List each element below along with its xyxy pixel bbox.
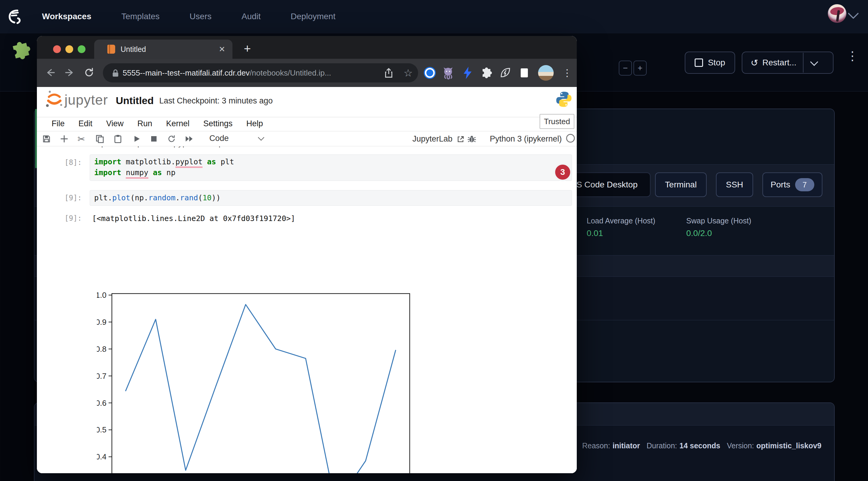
header-divider	[37, 117, 577, 117]
extensions-puzzle-icon[interactable]	[479, 66, 493, 80]
leaf-extension-icon[interactable]	[498, 66, 512, 80]
svg-text:1.0: 1.0	[97, 291, 106, 299]
copy-cell-button[interactable]	[94, 133, 106, 145]
interrupt-kernel-button[interactable]	[148, 133, 160, 145]
sidepanel-extension-icon[interactable]	[517, 66, 531, 80]
run-cell-button[interactable]	[131, 133, 143, 145]
github-extension-icon[interactable]	[441, 66, 455, 80]
paste-cell-button[interactable]	[112, 133, 124, 145]
swap-usage-label: Swap Usage (Host)	[686, 217, 751, 225]
browser-profile-avatar[interactable]	[538, 65, 554, 81]
lightning-extension-icon[interactable]	[461, 66, 474, 80]
restart-kernel-button[interactable]	[165, 133, 178, 145]
chevron-down-icon	[258, 134, 264, 141]
restart-options-button[interactable]	[804, 61, 825, 65]
screen: Workspaces Templates Users Audit Deploym…	[0, 0, 868, 481]
top-nav: Workspaces Templates Users Audit Deploym…	[0, 0, 868, 33]
url-host: 5555--main--test--matifali.atif.cdr.dev	[123, 68, 250, 77]
code-cell-8[interactable]: import matplotlib.pyplot as plt import n…	[90, 154, 572, 181]
matplotlib-line-chart: 0.20.30.40.50.60.70.80.91.002468	[97, 287, 433, 473]
svg-text:0.8: 0.8	[97, 345, 106, 354]
code-cell-9[interactable]: plt.plot(np.random.rand(10))	[90, 190, 572, 206]
url-text: 5555--main--test--matifali.atif.cdr.dev/…	[123, 68, 331, 78]
build-version-label: Version:	[727, 441, 754, 450]
run-all-button[interactable]	[183, 133, 195, 145]
svg-text:0.9: 0.9	[97, 318, 106, 327]
external-link-icon	[457, 135, 465, 143]
url-path: /notebooks/Untitled.ip...	[250, 68, 331, 77]
menu-run[interactable]: Run	[137, 119, 152, 128]
window-close-button[interactable]	[53, 45, 61, 53]
workspace-menu-button[interactable]: ⋮	[846, 53, 859, 59]
browser-window: Untitled ✕ + 5555--main	[37, 36, 577, 473]
coder-logo[interactable]	[7, 8, 22, 25]
nav-item-deployment[interactable]: Deployment	[291, 12, 335, 21]
kernel-idle-indicator	[565, 133, 576, 143]
address-bar[interactable]: 5555--main--test--matifali.atif.cdr.dev/…	[103, 63, 418, 83]
onepassword-extension-icon[interactable]	[423, 66, 437, 80]
save-button[interactable]	[40, 133, 53, 145]
menu-settings[interactable]: Settings	[203, 119, 233, 128]
build-version-value[interactable]: optimistic_liskov9	[756, 441, 822, 450]
trusted-button[interactable]: Trusted	[539, 114, 575, 129]
jupyter-wordmark: jupyter	[64, 92, 108, 108]
primary-nav: Workspaces Templates Users Audit Deploym…	[42, 12, 335, 21]
notebook-area: import matplotlib.pyplot as plt [8]: imp…	[37, 146, 577, 473]
notification-count-badge[interactable]: 3	[554, 163, 572, 181]
ssh-button[interactable]: SSH	[716, 172, 753, 197]
browser-menu-button[interactable]: ⋮	[560, 66, 574, 80]
forward-button[interactable]	[64, 67, 75, 78]
jupyter-toolbar: ✂ Code	[37, 131, 577, 146]
svg-text:0.5: 0.5	[97, 425, 106, 434]
jupyter-menubar: File Edit View Run Kernel Settings Help	[52, 119, 263, 128]
debugger-bug-icon[interactable]	[466, 133, 478, 145]
code-line: plt.plot(np.random.rand(10))	[90, 193, 572, 203]
share-icon[interactable]	[384, 68, 394, 78]
nav-item-users[interactable]: Users	[190, 12, 212, 21]
add-cell-button[interactable]	[58, 133, 70, 145]
menu-edit[interactable]: Edit	[79, 119, 93, 128]
stop-workspace-button[interactable]: Stop	[685, 52, 735, 74]
nav-item-workspaces[interactable]: Workspaces	[42, 12, 91, 21]
cell-type-dropdown[interactable]: Code	[209, 134, 264, 143]
bookmark-star-icon[interactable]: ☆	[404, 67, 413, 79]
menu-file[interactable]: File	[52, 119, 65, 128]
load-average-value: 0.01	[587, 228, 603, 238]
menu-help[interactable]: Help	[246, 119, 263, 128]
nav-item-templates[interactable]: Templates	[121, 12, 160, 21]
terminal-button[interactable]: Terminal	[655, 172, 707, 197]
tab-title: Untitled	[121, 45, 219, 54]
python-logo	[555, 91, 572, 108]
build-reason-label: Reason:	[582, 441, 610, 450]
build-reason-value: initiator	[613, 441, 640, 450]
ports-count-badge: 7	[795, 178, 814, 191]
cut-cell-button[interactable]: ✂	[75, 133, 87, 145]
lock-icon	[111, 69, 120, 78]
clipped-cell-remnant: import matplotlib.pyplot as plt	[92, 146, 232, 151]
zoom-in-button[interactable]: +	[633, 61, 647, 75]
new-tab-button[interactable]: +	[244, 43, 251, 54]
notebook-title[interactable]: Untitled	[116, 95, 154, 106]
chevron-down-icon[interactable]	[848, 8, 859, 19]
back-button[interactable]	[45, 67, 56, 78]
svg-text:0.4: 0.4	[97, 452, 106, 461]
window-zoom-button[interactable]	[78, 45, 86, 53]
tab-close-icon[interactable]: ✕	[219, 45, 225, 54]
open-jupyterlab-link[interactable]: JupyterLab	[412, 134, 465, 143]
zoom-out-button[interactable]: −	[619, 61, 632, 75]
cell-prompt: [9]:	[64, 194, 82, 202]
browser-tab[interactable]: Untitled ✕	[94, 40, 232, 59]
build-duration-label: Duration:	[647, 441, 677, 450]
ports-button[interactable]: Ports 7	[763, 172, 823, 197]
menu-view[interactable]: View	[106, 119, 124, 128]
svg-text:0.6: 0.6	[97, 398, 106, 408]
user-avatar[interactable]	[828, 4, 846, 23]
reload-button[interactable]	[84, 67, 94, 78]
window-minimize-button[interactable]	[65, 45, 73, 53]
cell-prompt: [8]:	[64, 158, 82, 167]
restart-workspace-button[interactable]: ↺ Restart...	[742, 52, 834, 74]
nav-item-audit[interactable]: Audit	[242, 12, 261, 21]
build-info-row: Reason: initiator Duration: 14 seconds V…	[582, 441, 826, 450]
menu-kernel[interactable]: Kernel	[166, 119, 190, 128]
kernel-name[interactable]: Python 3 (ipykernel)	[490, 134, 562, 143]
